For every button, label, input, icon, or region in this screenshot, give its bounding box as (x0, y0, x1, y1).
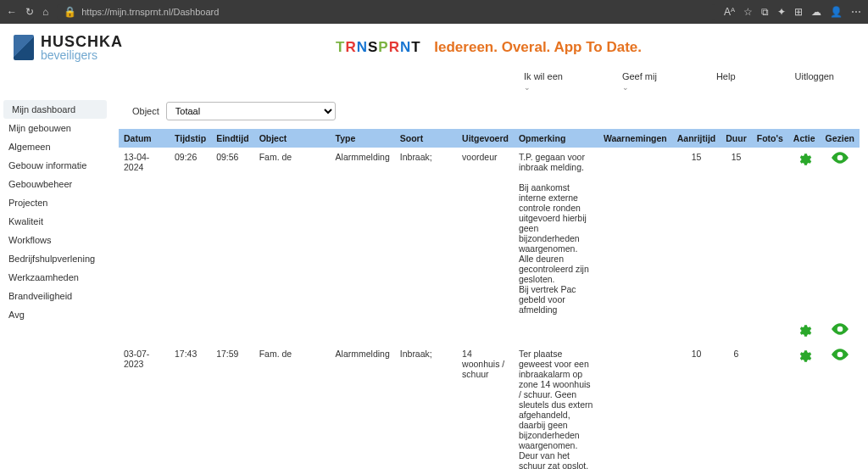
cell-aanrijtijd: 15 (672, 148, 721, 319)
sidebar-item[interactable]: Algemeen (0, 137, 110, 156)
cell-datum: 13-04-2024 (119, 148, 170, 319)
col-object[interactable]: Object (254, 129, 331, 148)
browser-toolbar: ← ↻ ⌂ 🔒 https://mijn.trnsprnt.nl/Dashboa… (0, 0, 868, 24)
sidebar-item[interactable]: Gebouw informatie (0, 156, 110, 175)
sidebar-item[interactable]: Bedrijfshulpverlening (0, 249, 110, 268)
col-fotos[interactable]: Foto's (752, 129, 788, 148)
events-table: Datum Tijdstip Eindtijd Object Type Soor… (119, 129, 860, 469)
chevron-down-icon: ⌄ (524, 83, 563, 92)
nav-geefmij[interactable]: Geef mij⌄ (622, 71, 657, 92)
cell-tijdstip: 17:43 (170, 344, 211, 469)
filter-label: Object (132, 106, 159, 116)
gear-icon[interactable] (797, 330, 812, 340)
logo-icon (14, 35, 34, 60)
col-actie[interactable]: Actie (788, 129, 821, 148)
cell-waarnemingen (598, 344, 672, 469)
col-aanrijtijd[interactable]: Aanrijtijd (672, 129, 721, 148)
collections-icon[interactable]: ⧉ (761, 6, 769, 18)
cell-gezien (821, 148, 860, 319)
back-icon[interactable]: ← (7, 6, 17, 18)
apps-icon[interactable]: ⊞ (794, 6, 803, 18)
nav-help[interactable]: Help (716, 71, 736, 92)
cell-gezien (821, 344, 860, 469)
cell-actie (788, 319, 821, 344)
col-opmerking[interactable]: Opmerking (514, 129, 598, 148)
brand-tagline: Iedereen. Overal. App To Date. (434, 39, 642, 55)
favorite-icon[interactable]: ☆ (743, 6, 753, 18)
cell-object: Fam. de (254, 148, 331, 319)
cell-object: Fam. de (254, 344, 331, 469)
sidebar-item[interactable]: Werkzaamheden (0, 268, 110, 287)
col-soort[interactable]: Soort (395, 129, 457, 148)
cell-opmerking: T.P. gegaan voor inbraak melding.Bij aan… (514, 148, 598, 319)
logo-text-top: HUSCHKA (41, 34, 123, 49)
col-type[interactable]: Type (331, 129, 395, 148)
sidebar: Mijn dashboardMijn gebouwenAlgemeenGebou… (0, 97, 110, 469)
cell-actie (788, 148, 821, 319)
table-row (119, 319, 860, 344)
sidebar-item[interactable]: Projecten (0, 193, 110, 212)
gear-icon[interactable] (797, 355, 812, 366)
cell-gezien (821, 319, 860, 344)
sidebar-item[interactable]: Gebouwbeheer (0, 175, 110, 193)
cell-duur: 6 (721, 344, 752, 469)
sidebar-item[interactable]: Mijn dashboard (3, 100, 107, 119)
content: Object Totaal Datum Tijdstip Eindtijd Ob… (110, 97, 868, 469)
table-header-row: Datum Tijdstip Eindtijd Object Type Soor… (119, 129, 860, 148)
col-duur[interactable]: Duur (721, 129, 752, 148)
cell-uitgevoerd: voordeur (457, 148, 514, 319)
col-gezien[interactable]: Gezien (821, 129, 860, 148)
page-header: HUSCHKA beveiligers TRNSPRNT Iedereen. O… (0, 24, 868, 71)
sidebar-item[interactable]: Kwaliteit (0, 212, 110, 231)
cell-foto (752, 148, 788, 319)
chevron-down-icon: ⌄ (622, 83, 657, 92)
url-text: https://mijn.trnsprnt.nl/Dashboard (81, 7, 219, 17)
cell-tijdstip: 09:26 (170, 148, 211, 319)
sidebar-item[interactable]: Brandveiligheid (0, 287, 110, 305)
sidebar-item[interactable]: Avg (0, 305, 110, 324)
sidebar-item[interactable]: Workflows (0, 231, 110, 249)
cell-duur: 15 (721, 148, 752, 319)
logo-text-bottom: beveiligers (41, 49, 123, 61)
cell-foto (752, 344, 788, 469)
extensions-icon[interactable]: ✦ (777, 6, 786, 18)
browser-right-icons: Aᴬ ☆ ⧉ ✦ ⊞ ☁ 👤 ⋯ (724, 6, 861, 18)
cell-eindtijd: 09:56 (211, 148, 254, 319)
table-row: 13-04-202409:2609:56Fam. deAlarmmeldingI… (119, 148, 860, 319)
text-size-icon[interactable]: Aᴬ (724, 6, 735, 18)
object-select[interactable]: Totaal (166, 102, 336, 120)
cell-type: Alarmmelding (331, 148, 395, 319)
col-tijdstip[interactable]: Tijdstip (170, 129, 211, 148)
refresh-icon[interactable]: ↻ (25, 6, 34, 18)
col-eindtijd[interactable]: Eindtijd (211, 129, 254, 148)
filter-row: Object Totaal (119, 97, 860, 129)
profile-icon[interactable]: 👤 (830, 6, 843, 18)
nav-uitloggen[interactable]: Uitloggen (795, 71, 834, 92)
cell-type: Alarmmelding (331, 344, 395, 469)
url-bar[interactable]: 🔒 https://mijn.trnsprnt.nl/Dashboard (57, 4, 715, 20)
brand-name: TRNSPRNT (336, 39, 426, 55)
company-logo: HUSCHKA beveiligers (14, 34, 123, 61)
eye-icon[interactable] (832, 155, 849, 165)
table-row: 03-07-202317:4317:59Fam. deAlarmmeldingI… (119, 344, 860, 469)
more-icon[interactable]: ⋯ (851, 6, 861, 18)
home-icon[interactable]: ⌂ (42, 6, 48, 18)
cell-soort: Inbraak; (395, 344, 457, 469)
col-waarnemingen[interactable]: Waarnemingen (598, 129, 672, 148)
col-uitgevoerd[interactable]: Uitgevoerd (457, 129, 514, 148)
eye-icon[interactable] (832, 352, 849, 362)
cell-soort: Inbraak; (395, 148, 457, 319)
top-nav: Ik wil een⌄ Geef mij⌄ Help Uitloggen (0, 71, 868, 97)
nav-ikwileen[interactable]: Ik wil een⌄ (524, 71, 563, 92)
cell-opmerking: Ter plaatse geweest voor een inbraakalar… (514, 344, 598, 469)
sidebar-item[interactable]: Mijn gebouwen (0, 119, 110, 137)
header-center: TRNSPRNT Iedereen. Overal. App To Date. (123, 39, 854, 56)
gear-icon[interactable] (797, 159, 812, 169)
cloud-icon[interactable]: ☁ (811, 6, 821, 18)
col-datum[interactable]: Datum (119, 129, 170, 148)
cell-waarnemingen (598, 148, 672, 319)
cell-datum: 03-07-2023 (119, 344, 170, 469)
eye-icon[interactable] (832, 327, 849, 337)
cell-eindtijd: 17:59 (211, 344, 254, 469)
lock-icon: 🔒 (64, 6, 76, 18)
